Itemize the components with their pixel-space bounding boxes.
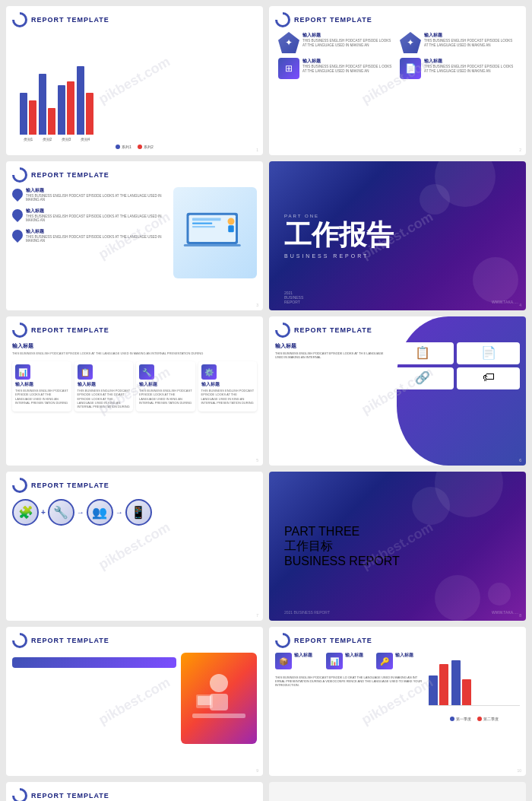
bar-red [29,100,36,135]
small-label-2: 输入标题 [345,653,363,658]
small-icon-shape-1: 📦 [275,653,292,669]
row-item-3: 输入标题 THIS BUSINESS ENGLISH PODCAST EPISO… [12,228,169,243]
slide2-icons: ✦ 输入标题 THIS BUSINESS ENGLISH PODCAST EPI… [275,32,520,79]
legend-dot-blue [116,145,120,149]
svg-rect-3 [192,223,212,224]
bubble-2 [473,257,518,303]
icon-desc-2: THIS BUSINESS ENGLISH PODCAST EPISODE LO… [424,39,517,48]
pin-icon-3 [10,227,25,243]
slide10-title: REPORT TEMPLATE [294,637,372,644]
process-icon-4: 📱 [125,499,152,526]
slide9-header: REPORT TEMPLATE [12,633,257,648]
icon-shape-4: 📄 [400,58,421,79]
arrow-2: → [116,508,123,517]
slide7-header: REPORT TEMPLATE [12,478,257,493]
bar-blue [77,66,84,135]
icon-label-2: 输入标题 [424,32,517,39]
box-card-2: 📋 输入标题 THIS BUSINESS ENGLISH PODCAST EPI… [74,361,134,412]
slide10-content: 📦 输入标题 📊 输入标题 🔑 输入标题 [275,653,520,721]
bar-blue [20,93,27,135]
slide5-title: REPORT TEMPLATE [31,326,109,334]
svg-rect-13 [198,696,211,705]
slide8-sub-title: BUSINESS REPORT [284,555,400,568]
process-icon-2: 🔧 [48,499,74,526]
slide-num-10: 10 [517,768,521,773]
slide5-content: REPORT TEMPLATE 输入标题 THIS BUSINESS ENGLI… [12,323,257,412]
bar-group-2: 类别2 [39,74,55,141]
desc-item-2 [74,532,134,533]
box-desc-1: THIS BUSINESS ENGLISH PODCAST EPISODE LO… [15,389,68,405]
slide9-content [12,653,257,744]
row-desc-3: THIS BUSINESS ENGLISH PODCAST EPISODE LO… [26,235,169,243]
slide9-left [12,653,176,744]
slide10-left: 📦 输入标题 📊 输入标题 🔑 输入标题 [275,653,424,721]
legend10-1: 第一季度 [450,717,471,721]
bar-label-3: 类别3 [62,137,71,141]
box-label-1: 输入标题 [15,382,68,387]
right-box-icon-2: 📄 [481,345,496,360]
legend10-label-2: 第二季度 [483,717,499,721]
box-card-4: ⚙️ 输入标题 THIS BUSINESS ENGLISH PODCAST EP… [198,361,258,412]
slide6-main-area: 输入标题 THIS BUSINESS ENGLISH PODCAST EPISO… [275,342,520,389]
bar-label-1: 类别1 [24,137,33,141]
icon-label-4: 输入标题 [424,58,517,65]
small-label-3: 输入标题 [395,653,413,658]
process-icon-1: 🧩 [12,499,39,526]
slide-1: REPORT TEMPLATE 类别1 类别2 [6,6,263,155]
legend10-dot-2 [477,717,482,721]
legend-dot-red [138,145,142,149]
laptop-image [173,187,257,278]
slide1-logo [12,12,27,27]
mini-bar-group-1 [429,664,448,706]
slide4-part-label: PART ONE [284,214,319,218]
slide6-purple-blob [397,316,526,466]
slide-num-9: 9 [256,768,258,773]
slide6-input-desc: THIS BUSINESS ENGLISH PODCAST EPISODE LO… [275,351,388,359]
box-desc-4: THIS BUSINESS ENGLISH PODCAST EPISODE LO… [201,389,255,405]
slide7-title: REPORT TEMPLATE [31,482,109,489]
bar-blue [58,85,65,135]
small-icon-1: 📦 输入标题 [275,653,323,669]
bar-red [86,93,93,135]
right-box-1: 📋 [391,342,454,364]
small-icon-text-2: 输入标题 [345,653,363,658]
icon-desc-3: THIS BUSINESS ENGLISH PODCAST EPISODE L … [302,65,395,74]
small-icon-3: 🔑 输入标题 [376,653,424,669]
bar-group-3: 类别3 [58,81,74,141]
legend10-2: 第二季度 [477,717,499,721]
box-icon-3: 🔧 [139,364,154,380]
slide6-right-boxes: 📋 📄 🔗 🏷 [391,342,520,389]
bubble8-2 [435,575,480,621]
slide-num-1: 1 [256,148,258,152]
row-text-2: 输入标题 THIS BUSINESS ENGLISH PODCAST EPISO… [26,208,169,222]
slide5-header: REPORT TEMPLATE [12,323,257,338]
slide11-title: REPORT TEMPLATE [31,792,109,799]
slide6-input-label: 输入标题 [275,342,388,350]
icon-label-1: 输入标题 [302,32,395,39]
slide7-logo [12,478,27,493]
process-icon-3: 👥 [87,499,113,526]
icon-item-1: ✦ 输入标题 THIS BUSINESS ENGLISH PODCAST EPI… [278,32,395,53]
box-label-3: 输入标题 [139,382,192,387]
svg-rect-4 [192,226,215,227]
box-icon-2: 📋 [78,364,93,380]
row-item-1: 输入标题 THIS BUSINESS ENGLISH PODCAST EPISO… [12,187,169,202]
icon-shape-3: ⊞ [278,58,299,79]
slide-10: REPORT TEMPLATE 📦 输入标题 📊 输入标题 [269,627,526,776]
row-label-2: 输入标题 [26,208,169,215]
desc-item-4 [198,532,258,533]
slide-8: PART THREE 工作目标 BUSINESS REPORT 2021 BUS… [269,472,526,621]
mini-bar-chart [429,653,520,714]
slide9-image [181,653,257,744]
slide10-main-desc: THIS BUSINESS ENGLISH PODCAST EPISODE LO… [275,675,424,687]
legend10-dot-1 [450,717,454,721]
row-label-1: 输入标题 [26,187,169,194]
slide3-header: REPORT TEMPLATE [12,167,257,183]
slide1-title: REPORT TEMPLATE [31,16,109,24]
row-text-1: 输入标题 THIS BUSINESS ENGLISH PODCAST EPISO… [26,187,169,202]
slide8-main-title: 工作目标 [284,539,333,555]
icon-text-2: 输入标题 THIS BUSINESS ENGLISH PODCAST EPISO… [424,32,517,48]
slide-num-8: 8 [519,613,521,618]
slide6-title: REPORT TEMPLATE [294,326,372,334]
bar-label-2: 类别2 [43,137,52,141]
